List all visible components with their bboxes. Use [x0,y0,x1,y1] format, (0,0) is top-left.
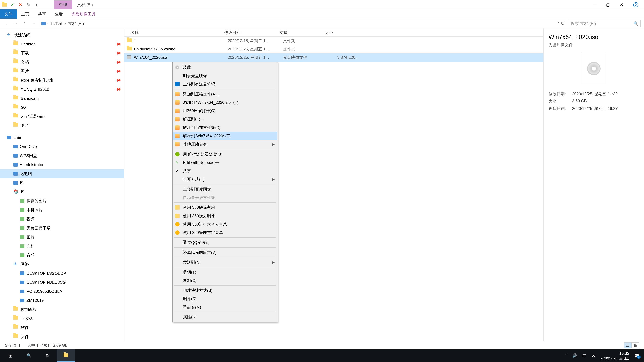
start-button[interactable]: ⊞ [1,349,20,362]
context-menu-item[interactable]: 刻录光盘映像 [173,71,277,80]
tree-item[interactable]: 视频 [0,215,124,224]
chevron-right-icon[interactable]: › [47,22,48,25]
tree-item[interactable]: win7重装win7 [0,112,124,121]
tree-item[interactable]: DESKTOP-NJEU3CG [0,278,124,287]
up-button[interactable]: ↑ [30,20,37,27]
tree-item-library[interactable]: 📚库 [0,187,124,196]
context-menu-item[interactable]: ↗共享 [173,167,277,175]
forward-button[interactable]: → [12,20,19,27]
tray-chevron-icon[interactable]: ˄ [565,353,567,358]
context-menu-item[interactable]: 上传到百度网盘 [173,185,277,193]
chevron-right-icon[interactable]: › [65,22,66,25]
context-menu-item[interactable]: 通过QQ发送到 [173,238,277,247]
tree-item[interactable]: 图片📌 [0,67,124,76]
redo-icon[interactable]: ↻ [26,2,31,7]
qat-dropdown-icon[interactable]: ▾ [34,2,39,7]
col-size[interactable]: 大小 [325,30,358,35]
tree-item[interactable]: 图片 [0,233,124,242]
tree-item[interactable]: Administrator [0,160,124,169]
taskbar[interactable]: ⊞ 🔍 ⧉ ˄ 🔊 中 🖧 16:32 2020/12/25, 星期五 💬3 [0,349,644,362]
volume-icon[interactable]: 🔊 [572,353,578,358]
chevron-right-icon[interactable]: › [86,22,87,25]
file-row[interactable]: 1 2020/12/15, 星期二 1... 文件夹 [124,36,544,45]
view-details-button[interactable]: ☰ [624,343,632,349]
recent-dropdown[interactable]: ˅ [22,20,28,27]
breadcrumb[interactable]: 文档 (E:) [67,21,85,26]
context-menu-item[interactable]: 解压到 Win7x64_2020\ (E) [173,132,277,140]
tree-item[interactable]: Desktop📌 [0,39,124,49]
context-menu-item[interactable]: 添加到压缩文件(A)... [173,90,277,98]
help-button[interactable]: ? [633,2,638,7]
context-menu-item[interactable]: 重命名(M) [173,303,277,311]
context-menu-item[interactable]: 复制(C) [173,276,277,285]
context-menu-item[interactable]: 上传到有道云笔记 [173,80,277,88]
tree-item[interactable]: 本机照片 [0,205,124,215]
context-menu-item[interactable]: 使用 360强力删除 [173,212,277,220]
tree-item[interactable]: 回收站 [0,314,124,323]
view-icons-button[interactable]: ▦ [632,343,639,349]
context-menu-item[interactable]: ✎Edit with Notepad++ [173,158,277,167]
tree-item[interactable]: 保存的图片 [0,196,124,205]
cross-icon[interactable]: ✕ [18,2,23,7]
tree-item[interactable]: PC-20190530OBLA [0,287,124,296]
network-icon[interactable]: 🖧 [592,353,596,358]
tab-home[interactable]: 主页 [17,9,34,18]
tree-item[interactable]: OneDrive [0,142,124,151]
context-menu-item[interactable]: 创建快捷方式(S) [173,286,277,295]
tab-disc-tools[interactable]: 光盘映像工具 [67,9,100,18]
tree-item[interactable]: 此电脑 [0,169,124,178]
tree-item[interactable]: DESKTOP-LSSOEDP [0,269,124,278]
search-input[interactable]: 搜索"文档 (E:)" 🔍 [568,20,641,27]
tree-item[interactable]: 文档 [0,242,124,251]
ime-indicator[interactable]: 中 [582,353,586,358]
tab-file[interactable]: 文件 [0,9,17,18]
maximize-button[interactable]: ▢ [606,2,610,7]
context-menu-item[interactable]: 打开方式(H)▶ [173,175,277,184]
context-menu-item[interactable]: 用 蜂蜜浏览器 浏览(3) [173,150,277,158]
tree-item[interactable]: 文件 [0,332,124,341]
search-button[interactable]: 🔍 [20,349,38,362]
task-view-button[interactable]: ⧉ [38,349,57,362]
context-menu-item[interactable]: 添加到 "Win7x64_2020.zip" (T) [173,98,277,107]
tree-item[interactable]: WPS网盘 [0,151,124,160]
navigation-tree[interactable]: ★快速访问 Desktop📌下载📌文档📌图片📌excel表格制作求和📌YUNQI… [0,28,124,341]
explorer-taskbar-button[interactable] [57,349,75,362]
col-name[interactable]: 名称 [127,30,224,35]
context-menu-item[interactable]: 装载 [173,63,277,71]
breadcrumb-box[interactable]: › 此电脑 › 文档 (E:) › ˅ ↻ [40,20,566,27]
context-menu-item[interactable]: 用360压缩打开(Q) [173,107,277,115]
file-row[interactable]: Win7x64_2020.iso 2020/12/25, 星期五 1... 光盘… [124,53,544,62]
col-date[interactable]: 修改日期 [224,30,280,35]
context-menu-item[interactable]: 还原以前的版本(V) [173,248,277,257]
tree-item[interactable]: YUNQISHI2019📌 [0,85,124,94]
file-row[interactable]: BaiduNetdiskDownload 2020/12/25, 星期五 1..… [124,45,544,53]
context-tab[interactable]: 管理 [54,0,72,9]
tree-network[interactable]: 🖧网络 [0,260,124,269]
tab-view[interactable]: 查看 [50,9,67,18]
context-menu-item[interactable]: 剪切(T) [173,268,277,276]
context-menu-item[interactable]: 自动备份该文件夹 [173,193,277,202]
tree-item[interactable]: 图片 [0,121,124,130]
minimize-button[interactable]: — [592,2,596,7]
tree-item[interactable]: excel表格制作求和📌 [0,76,124,85]
tree-item[interactable]: 文档📌 [0,58,124,67]
tree-item[interactable]: 库 [0,178,124,187]
tree-item[interactable]: 控制面板 [0,305,124,314]
check-icon[interactable]: ✔ [10,2,15,7]
context-menu-item[interactable]: 使用 360管理右键菜单 [173,228,277,237]
search-icon[interactable]: 🔍 [634,21,638,26]
system-tray[interactable]: ˄ 🔊 中 🖧 16:32 2020/12/25, 星期五 💬3 [565,351,643,360]
context-menu-item[interactable]: 其他压缩命令▶ [173,140,277,148]
context-menu[interactable]: 装载刻录光盘映像上传到有道云笔记添加到压缩文件(A)...添加到 "Win7x6… [172,62,278,323]
tree-item[interactable]: ZMT2019 [0,296,124,305]
back-button[interactable]: ← [3,20,10,27]
tree-item[interactable]: Bandicam [0,94,124,103]
action-center-icon[interactable]: 💬3 [634,353,639,358]
tree-desktop[interactable]: 桌面 [0,133,124,142]
context-menu-item[interactable]: 解压到(F)... [173,115,277,123]
context-menu-item[interactable]: 属性(R) [173,313,277,321]
tree-item[interactable]: 天翼云盘下载 [0,224,124,233]
context-menu-item[interactable]: 删除(D) [173,295,277,303]
close-button[interactable]: ✕ [620,2,623,7]
context-menu-item[interactable]: 使用 360解除占用 [173,203,277,212]
